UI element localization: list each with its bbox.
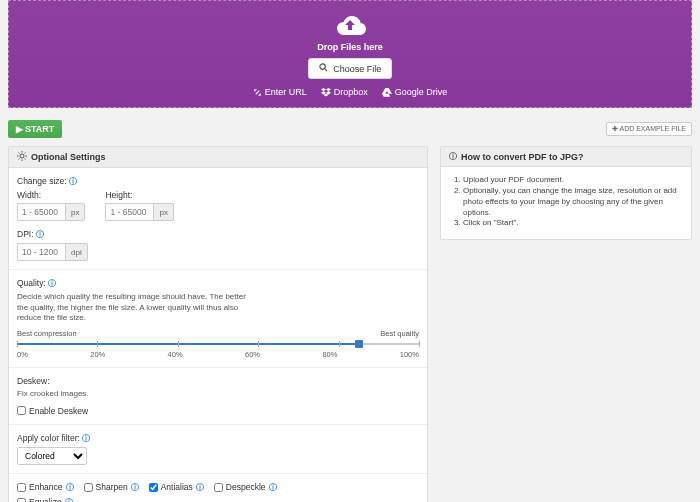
dpi-label: DPI: [17, 229, 34, 239]
choose-file-button[interactable]: Choose File [308, 58, 393, 79]
add-example-file-button[interactable]: ✚ ADD EXAMPLE FILE [606, 122, 692, 136]
color-filter-select[interactable]: Colored [17, 447, 87, 465]
width-label: Width: [17, 190, 85, 200]
px-unit: px [65, 203, 85, 221]
info-icon[interactable]: ⓘ [65, 497, 73, 502]
height-label: Height: [105, 190, 173, 200]
dropbox-icon [321, 87, 331, 97]
choose-file-label: Choose File [333, 64, 381, 74]
dropzone[interactable]: Drop Files here Choose File Enter URL Dr… [8, 0, 692, 108]
quality-desc: Decide which quality the resulting image… [17, 292, 257, 323]
dropzone-text: Drop Files here [9, 42, 691, 52]
quality-slider[interactable] [17, 340, 419, 348]
link-icon [253, 87, 262, 97]
info-icon[interactable]: ⓘ [196, 482, 204, 493]
equalize-checkbox[interactable]: Equalize ⓘ [17, 497, 73, 502]
google-drive-icon [382, 87, 392, 97]
howto-panel: ⓘ How to convert PDF to JPG? Upload your… [440, 146, 692, 240]
deskew-desc: Fix crooked images. [17, 389, 257, 399]
search-icon [319, 64, 331, 74]
info-icon: ⓘ [449, 151, 457, 162]
slider-right-label: Best quality [380, 329, 419, 338]
svg-point-0 [320, 64, 325, 69]
info-icon[interactable]: ⓘ [48, 279, 56, 288]
info-icon[interactable]: ⓘ [269, 482, 277, 493]
caret-right-icon: ▶ [16, 124, 23, 134]
info-icon[interactable]: ⓘ [69, 177, 77, 186]
color-filter-label: Apply color filter: [17, 433, 80, 443]
info-icon[interactable]: ⓘ [66, 482, 74, 493]
deskew-label: Deskew: [17, 376, 419, 386]
optional-settings-title: Optional Settings [31, 152, 106, 162]
slider-left-label: Best compression [17, 329, 77, 338]
dpi-input[interactable] [17, 243, 65, 261]
slider-handle[interactable] [355, 340, 363, 348]
howto-steps: Upload your PDF document. Optionally, yo… [449, 175, 683, 229]
px-unit: px [153, 203, 173, 221]
enter-url-link[interactable]: Enter URL [253, 87, 307, 97]
quality-label: Quality: [17, 278, 46, 288]
cloud-upload-icon [331, 13, 369, 39]
info-icon[interactable]: ⓘ [131, 482, 139, 493]
width-input[interactable] [17, 203, 65, 221]
change-size-label: Change size: [17, 176, 67, 186]
optional-settings-panel: Optional Settings Change size: ⓘ Width: … [8, 146, 428, 502]
sharpen-checkbox[interactable]: Sharpen ⓘ [84, 482, 139, 493]
antialias-checkbox[interactable]: Antialias ⓘ [149, 482, 204, 493]
despeckle-checkbox[interactable]: Despeckle ⓘ [214, 482, 277, 493]
svg-line-1 [324, 69, 326, 71]
enhance-checkbox[interactable]: Enhance ⓘ [17, 482, 74, 493]
enable-deskew-checkbox[interactable]: Enable Deskew [17, 406, 419, 416]
howto-step: Optionally, you can change the image siz… [463, 186, 683, 218]
gear-icon [17, 151, 27, 163]
start-button-top[interactable]: ▶START [8, 120, 62, 138]
dpi-unit: dpi [65, 243, 88, 261]
height-input[interactable] [105, 203, 153, 221]
info-icon[interactable]: ⓘ [36, 230, 44, 239]
info-icon[interactable]: ⓘ [82, 434, 90, 443]
google-drive-link[interactable]: Google Drive [382, 87, 448, 97]
howto-step: Click on "Start". [463, 218, 683, 229]
howto-step: Upload your PDF document. [463, 175, 683, 186]
dropbox-link[interactable]: Dropbox [321, 87, 368, 97]
svg-point-2 [20, 154, 24, 158]
howto-title: How to convert PDF to JPG? [461, 152, 584, 162]
